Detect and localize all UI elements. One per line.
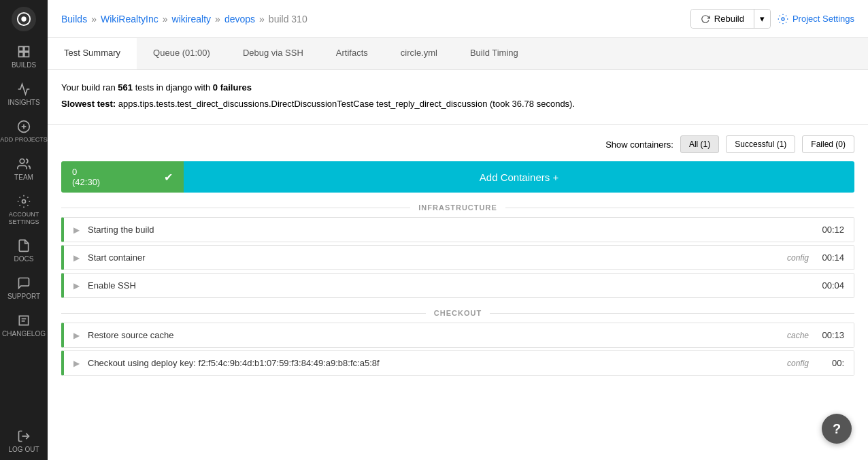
step-arrow-icon: ▶ (73, 253, 80, 263)
step-time: 00:12 (817, 225, 844, 235)
sidebar-item-account-settings-label: ACCOUNT SETTINGS (0, 211, 48, 226)
build-step-checkout-deploy-key[interactable]: ▶ Checkout using deploy key: f2:f5:4c:9b… (61, 350, 854, 376)
sidebar-item-insights[interactable]: INSIGHTS (0, 76, 48, 113)
sidebar-item-add-projects-label: ADD PROJECTS (0, 136, 48, 144)
help-button[interactable]: ? (822, 414, 852, 444)
sidebar: BUILDS INSIGHTS ADD PROJECTS TEAM ACCOUN… (0, 0, 48, 460)
step-tag: cache (787, 331, 809, 340)
project-settings-label: Project Settings (792, 14, 854, 24)
step-arrow-icon: ▶ (73, 225, 80, 235)
step-time: 00:14 (817, 252, 844, 263)
project-settings-link[interactable]: Project Settings (778, 14, 854, 24)
breadcrumb-pipeline[interactable]: devops (224, 14, 255, 24)
tab-build-timing[interactable]: Build Timing (454, 38, 535, 69)
header: Builds » WikiRealtyInc » wikirealty » de… (48, 0, 868, 38)
svg-point-1 (21, 16, 26, 21)
sidebar-item-changelog[interactable]: CHANGELOG (0, 307, 48, 344)
app-logo[interactable] (12, 7, 36, 31)
breadcrumb-sep2: » (163, 14, 168, 24)
rebuild-button-group[interactable]: Rebuild ▾ (690, 9, 771, 29)
tab-test-summary[interactable]: Test Summary (48, 38, 137, 69)
sidebar-item-docs[interactable]: DOCS (0, 232, 48, 269)
build-step-enable-ssh[interactable]: ▶ Enable SSH 00:04 (61, 273, 854, 298)
filter-successful-button[interactable]: Successful (1) (726, 135, 795, 153)
tab-artifacts[interactable]: Artifacts (320, 38, 384, 69)
build-step-starting[interactable]: ▶ Starting the build 00:12 (61, 217, 854, 242)
svg-rect-2 (19, 47, 24, 52)
svg-rect-5 (24, 52, 29, 57)
content-area: Your build ran 561 tests in django with … (48, 70, 868, 460)
step-time: 00: (817, 358, 844, 368)
build-step-start-container[interactable]: ▶ Start container config 00:14 (61, 245, 854, 270)
tab-queue[interactable]: Queue (01:00) (137, 38, 227, 69)
sidebar-item-support-label: SUPPORT (7, 293, 40, 300)
test-summary-line1: Your build ran 561 tests in django with … (61, 81, 854, 95)
sidebar-item-insights-label: INSIGHTS (7, 99, 39, 106)
tab-debug-ssh[interactable]: Debug via SSH (227, 38, 320, 69)
breadcrumb-repo[interactable]: wikirealty (172, 14, 212, 24)
sidebar-item-docs-label: DOCS (14, 255, 34, 263)
step-name: Restore source cache (88, 330, 787, 340)
header-actions: Rebuild ▾ Project Settings (690, 9, 854, 29)
show-containers-bar: Show containers: All (1) Successful (1) … (61, 135, 854, 153)
step-time: 00:04 (817, 280, 844, 291)
filter-failed-button[interactable]: Failed (0) (802, 135, 854, 153)
step-tag: config (787, 359, 809, 368)
sidebar-item-team-label: TEAM (14, 174, 33, 181)
step-time: 00:13 (817, 330, 844, 340)
rebuild-label: Rebuild (714, 14, 744, 24)
infrastructure-divider: INFRASTRUCTURE (61, 203, 854, 212)
checkout-divider: CHECKOUT (61, 309, 854, 317)
rebuild-icon (701, 14, 710, 24)
rebuild-dropdown-arrow[interactable]: ▾ (754, 10, 770, 28)
build-step-restore-cache[interactable]: ▶ Restore source cache cache 00:13 (61, 323, 854, 348)
sidebar-item-add-projects[interactable]: ADD PROJECTS (0, 113, 48, 150)
breadcrumb: Builds » WikiRealtyInc » wikirealty » de… (61, 14, 307, 24)
svg-point-10 (22, 199, 26, 203)
container-row: 0 (42:30) ✔ Add Containers + (61, 161, 854, 193)
container-label[interactable]: 0 (42:30) ✔ (61, 161, 184, 193)
step-arrow-icon: ▶ (73, 281, 80, 291)
step-tag: config (787, 253, 809, 263)
step-name: Start container (88, 252, 787, 263)
tab-bar: Test Summary Queue (01:00) Debug via SSH… (48, 38, 868, 70)
breadcrumb-builds[interactable]: Builds (61, 14, 87, 24)
container-time: (42:30) (72, 177, 100, 187)
slowest-test-line: Slowest test: apps.tips.tests.test_direc… (61, 97, 854, 111)
container-section: Show containers: All (1) Successful (1) … (48, 125, 868, 389)
step-arrow-icon: ▶ (73, 331, 80, 340)
breadcrumb-sep4: » (259, 14, 265, 24)
container-check-icon: ✔ (164, 171, 173, 184)
sidebar-item-log-out-label: LOG OUT (8, 446, 39, 453)
sidebar-item-changelog-label: CHANGELOG (2, 330, 46, 338)
rebuild-main-button[interactable]: Rebuild (691, 10, 754, 28)
sidebar-item-builds[interactable]: BUILDS (0, 38, 48, 76)
svg-point-14 (782, 18, 784, 20)
sidebar-item-support[interactable]: SUPPORT (0, 269, 48, 307)
show-containers-label: Show containers: (605, 139, 673, 150)
sidebar-item-builds-label: BUILDS (12, 61, 36, 69)
svg-point-9 (20, 159, 24, 163)
sidebar-item-account-settings[interactable]: ACCOUNT SETTINGS (0, 188, 48, 233)
breadcrumb-sep1: » (91, 14, 97, 24)
sidebar-item-team[interactable]: TEAM (0, 150, 48, 188)
step-name: Starting the build (88, 225, 809, 235)
breadcrumb-sep3: » (215, 14, 220, 24)
step-arrow-icon: ▶ (73, 359, 80, 368)
svg-rect-3 (24, 47, 29, 52)
failures-count: 0 failures (213, 82, 252, 93)
tests-count: 561 (118, 82, 133, 93)
filter-all-button[interactable]: All (1) (680, 135, 719, 153)
slowest-test-detail: apps.tips.tests.test_direct_discussions.… (118, 99, 575, 109)
test-summary-section: Your build ran 561 tests in django with … (48, 70, 868, 125)
step-name: Enable SSH (88, 280, 809, 291)
gear-icon (778, 14, 788, 24)
tab-circle-yml[interactable]: circle.yml (384, 38, 454, 69)
breadcrumb-org[interactable]: WikiRealtyInc (101, 14, 158, 24)
add-containers-button[interactable]: Add Containers + (184, 161, 854, 193)
main-content: Builds » WikiRealtyInc » wikirealty » de… (48, 0, 868, 460)
sidebar-item-log-out[interactable]: LOG OUT (8, 423, 39, 460)
step-name: Checkout using deploy key: f2:f5:4c:9b:4… (88, 358, 787, 368)
svg-rect-4 (19, 52, 24, 57)
container-id: 0 (72, 167, 100, 177)
